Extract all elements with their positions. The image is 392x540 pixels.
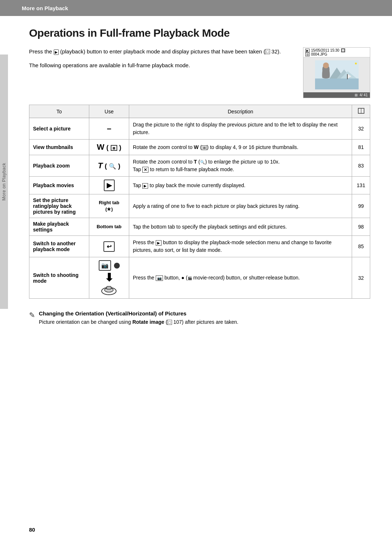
note-pencil-icon: ✎ — [29, 311, 35, 319]
row-use-shooting-mode: 📷 ⬇ — [89, 257, 129, 299]
row-desc-set-rating: Apply a rating of one to five to each pi… — [129, 194, 352, 218]
row-ref-view-thumbnails: 81 — [352, 140, 370, 155]
camera-preview: ▶ 15/05/2011 15:30 🔲 ⊟ 0004.JPG — [303, 47, 370, 98]
note-section: ✎ Changing the Orientation (Vertical/Hor… — [29, 310, 370, 326]
camera-body-icon: 📷 — [99, 260, 111, 271]
following-text: The following operations are available i… — [29, 61, 296, 70]
shooting-row1: 📷 — [99, 260, 120, 271]
preview-datetime: 15/05/2011 15:30 — [311, 48, 339, 52]
note-content: Changing the Orientation (Vertical/Horiz… — [39, 310, 238, 326]
w-bracket-icon: ( — [106, 144, 109, 151]
preview-card-icon: ⊟ — [305, 53, 310, 56]
table-row: Switch to another playback mode ↩ Press … — [29, 236, 370, 257]
shutter-release-svg — [101, 285, 117, 295]
row-to-shooting-mode: Switch to shooting mode — [29, 257, 89, 299]
top-bar: More on Playback — [0, 0, 392, 16]
sidebar: More on Playback — [0, 55, 8, 309]
magnify-icon: 🔍 — [109, 163, 116, 169]
svg-rect-4 — [315, 78, 359, 89]
row-use-switch-playback: ↩ — [89, 236, 129, 257]
row-to-playback-settings: Make playback settings — [29, 218, 89, 236]
preview-filename: 0004.JPG — [311, 52, 327, 56]
row-desc-playback-settings: Tap the bottom tab to specify the playba… — [129, 218, 352, 236]
table-row: View thumbnails W ( ⊠ ) Rotate the zoom … — [29, 140, 370, 155]
sidebar-label: More on Playback — [1, 163, 7, 201]
table-row: Make playback settings Bottom tab Tap th… — [29, 218, 370, 236]
row-desc-view-thumbnails: Rotate the zoom control to W (⊠) to disp… — [129, 140, 352, 155]
preview-illustration: ★ — [315, 60, 359, 89]
playback-button-icon: ▶ — [54, 49, 59, 55]
col-header-to: To — [29, 105, 89, 118]
row-to-select-picture: Select a picture — [29, 118, 89, 140]
svg-rect-5 — [347, 74, 348, 79]
w-thumbnail-icon: ⊠ — [111, 145, 117, 151]
preview-playback-icon: ▶ — [305, 49, 310, 52]
col-header-ref — [352, 105, 370, 118]
row-ref-switch-playback: 85 — [352, 236, 370, 257]
note-text: Picture orientation can be changed using… — [39, 318, 238, 326]
row-desc-shooting-mode: Press the 📷 button, ● (🎬 movie-record) b… — [129, 257, 352, 299]
row-desc-select-picture: Drag the picture to the right to display… — [129, 118, 352, 140]
row-use-set-rating: Right tab(★) — [89, 194, 129, 218]
table-row: Select a picture – Drag the picture to t… — [29, 118, 370, 140]
row-use-playback-zoom: T ( 🔍 ) — [89, 155, 129, 177]
svg-text:★: ★ — [354, 61, 358, 65]
row-use-playback-settings: Bottom tab — [89, 218, 129, 236]
camera-preview-bottom: ⊞ 4/ 41 — [303, 92, 370, 98]
camera-preview-image: ★ — [303, 57, 370, 92]
row-ref-playback-movies: 131 — [352, 177, 370, 194]
row-use-view-thumbnails: W ( ⊠ ) — [89, 140, 129, 155]
row-desc-playback-zoom: Rotate the zoom control to T (🔍) to enla… — [129, 155, 352, 177]
page: More on Playback More on Playback Operat… — [0, 0, 392, 540]
shutter-icon: ⬇ — [105, 272, 114, 283]
shooting-mode-icons: 📷 ⬇ — [93, 260, 125, 295]
table-row: Switch to shooting mode 📷 ⬇ — [29, 257, 370, 299]
section-label: More on Playback — [22, 5, 68, 11]
row-ref-shooting-mode: 32 — [352, 257, 370, 299]
row-desc-playback-movies: Tap ▶ to play back the movie currently d… — [129, 177, 352, 194]
intro-section: Press the ▶ (playback) button to enter p… — [29, 47, 370, 98]
play-button-icon: ▶ — [104, 180, 115, 191]
row-to-view-thumbnails: View thumbnails — [29, 140, 89, 155]
row-use-select-picture: – — [89, 118, 129, 140]
table-row: Playback zoom T ( 🔍 ) Rotate the zoom co… — [29, 155, 370, 177]
table-row: Set the picture rating/play back picture… — [29, 194, 370, 218]
table-row: Playback movies ▶ Tap ▶ to play back the… — [29, 177, 370, 194]
page-number: 80 — [0, 523, 392, 540]
operations-table: To Use Description Select a picture – — [29, 105, 370, 299]
playback-mode-icon: ↩ — [103, 241, 115, 252]
book-icon — [358, 108, 364, 114]
intro-text: Press the ▶ (playback) button to enter p… — [29, 47, 296, 70]
movie-record-dot — [114, 263, 120, 269]
row-to-switch-playback: Switch to another playback mode — [29, 236, 89, 257]
svg-rect-14 — [107, 286, 111, 289]
t-zoom-icon: T — [98, 161, 102, 170]
row-ref-playback-zoom: 83 — [352, 155, 370, 177]
row-to-set-rating: Set the picture rating/play back picture… — [29, 194, 89, 218]
preview-count: 4/ 41 — [360, 93, 368, 97]
col-header-use: Use — [89, 105, 129, 118]
row-desc-switch-playback: Press the ▶ button to display the playba… — [129, 236, 352, 257]
svg-point-9 — [323, 63, 329, 68]
row-ref-playback-settings: 98 — [352, 218, 370, 236]
note-title: Changing the Orientation (Vertical/Horiz… — [39, 310, 238, 317]
row-ref-set-rating: 99 — [352, 194, 370, 218]
camera-preview-topbar: ▶ 15/05/2011 15:30 🔲 ⊟ 0004.JPG — [303, 48, 370, 57]
main-content: Operations in Full-frame Playback Mode P… — [0, 16, 392, 523]
page-title: Operations in Full-frame Playback Mode — [29, 27, 370, 39]
row-ref-select-picture: 32 — [352, 118, 370, 140]
row-to-playback-movies: Playback movies — [29, 177, 89, 194]
row-to-playback-zoom: Playback zoom — [29, 155, 89, 177]
w-zoom-icon: W — [97, 142, 105, 152]
row-use-playback-movies: ▶ — [89, 177, 129, 194]
col-header-desc: Description — [129, 105, 352, 118]
